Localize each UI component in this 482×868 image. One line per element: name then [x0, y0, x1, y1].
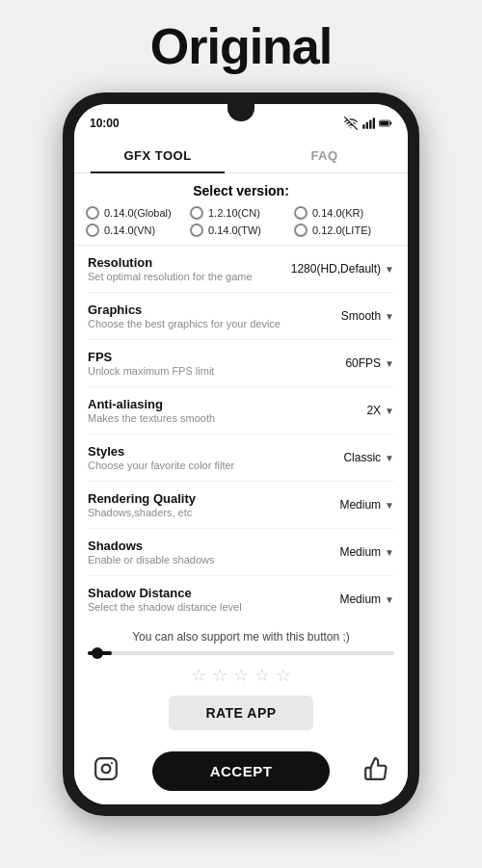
radio-lite[interactable] [294, 224, 308, 237]
setting-name-graphics: Graphics [88, 302, 332, 317]
svg-rect-3 [373, 118, 375, 129]
setting-value-shadows: Medium [339, 545, 381, 559]
star-2[interactable]: ☆ [212, 665, 228, 686]
setting-name-resolution: Resolution [88, 255, 281, 270]
version-option-cn[interactable]: 1.2.10(CN) [190, 206, 292, 220]
dropdown-arrow-shadows: ▼ [385, 547, 394, 558]
radio-vn[interactable] [86, 224, 99, 237]
setting-left-styles: Styles Choose your favorite color filter [88, 444, 334, 471]
stars-row: ☆ ☆ ☆ ☆ ☆ [88, 665, 394, 686]
thumbsup-icon[interactable] [363, 756, 388, 787]
dropdown-arrow-shadow-distance: ▼ [385, 594, 394, 605]
status-bar: 10:00 [74, 104, 408, 139]
version-label-cn: 1.2.10(CN) [208, 207, 260, 219]
setting-name-shadows: Shadows [88, 539, 330, 553]
setting-row-resolution: Resolution Set optimal resolution for th… [88, 246, 394, 293]
svg-rect-6 [380, 121, 388, 126]
svg-rect-7 [95, 758, 117, 779]
battery-icon [379, 117, 392, 130]
support-text: You can also support me with this button… [88, 630, 394, 644]
setting-right-rendering[interactable]: Medium ▼ [339, 498, 394, 512]
version-label-kr: 0.14.0(KR) [312, 207, 363, 219]
notch [228, 104, 254, 121]
setting-left-shadows: Shadows Enable or disable shadows [88, 539, 330, 566]
setting-row-shadow-distance: Shadow Distance Select the shadow distan… [88, 576, 394, 622]
setting-right-shadows[interactable]: Medium ▼ [339, 545, 394, 559]
setting-desc-shadows: Enable or disable shadows [88, 554, 330, 566]
setting-row-styles: Styles Choose your favorite color filter… [88, 434, 394, 482]
setting-desc-fps: Unlock maximum FPS limit [88, 365, 335, 377]
setting-right-shadow-distance[interactable]: Medium ▼ [339, 592, 394, 606]
setting-right-resolution[interactable]: 1280(HD,Default) ▼ [291, 262, 394, 276]
setting-value-antialiasing: 2X [366, 404, 381, 417]
setting-value-rendering: Medium [339, 498, 381, 512]
star-3[interactable]: ☆ [233, 665, 249, 686]
setting-value-fps: 60FPS [345, 356, 381, 370]
setting-value-graphics: Smooth [341, 309, 381, 323]
setting-desc-shadow-distance: Select the shadow distance level [88, 601, 330, 613]
dropdown-arrow-styles: ▼ [385, 453, 394, 463]
dropdown-arrow-antialiasing: ▼ [385, 406, 394, 416]
setting-left-graphics: Graphics Choose the best graphics for yo… [88, 302, 332, 329]
setting-row-antialiasing: Anti-aliasing Makes the textures smooth … [88, 387, 394, 434]
tab-gfx[interactable]: GFX TOOL [74, 139, 241, 172]
setting-right-styles[interactable]: Classic ▼ [343, 451, 394, 464]
svg-rect-1 [366, 122, 368, 129]
setting-value-resolution: 1280(HD,Default) [291, 262, 381, 276]
version-option-global[interactable]: 0.14.0(Global) [86, 206, 188, 220]
setting-left-antialiasing: Anti-aliasing Makes the textures smooth [88, 397, 357, 424]
tab-faq[interactable]: FAQ [241, 139, 408, 172]
settings-list: Resolution Set optimal resolution for th… [74, 246, 408, 622]
setting-name-fps: FPS [88, 350, 335, 364]
setting-desc-resolution: Set optimal resolution for the game [88, 271, 281, 282]
setting-name-antialiasing: Anti-aliasing [88, 397, 357, 411]
setting-name-shadow-distance: Shadow Distance [88, 586, 330, 600]
star-1[interactable]: ☆ [191, 665, 206, 686]
setting-name-rendering: Rendering Quality [88, 491, 330, 506]
slider-thumb[interactable] [92, 647, 103, 659]
version-grid: 0.14.0(Global) 1.2.10(CN) 0.14.0(KR) 0.1… [86, 206, 396, 237]
setting-desc-graphics: Choose the best graphics for your device [88, 318, 332, 329]
setting-desc-styles: Choose your favorite color filter [88, 460, 334, 471]
page-title: Original [150, 17, 332, 75]
version-label-vn: 0.14.0(VN) [104, 224, 155, 236]
setting-value-styles: Classic [343, 451, 381, 464]
rate-app-button[interactable]: RATE APP [169, 696, 312, 730]
svg-rect-0 [362, 124, 364, 129]
star-5[interactable]: ☆ [276, 665, 291, 686]
setting-right-antialiasing[interactable]: 2X ▼ [366, 404, 394, 417]
phone-frame: 10:00 GFX TOOL [63, 92, 419, 816]
setting-row-rendering: Rendering Quality Shadows,shaders, etc M… [88, 482, 394, 529]
accept-button[interactable]: ACCEPT [152, 751, 331, 791]
setting-left-rendering: Rendering Quality Shadows,shaders, etc [88, 491, 330, 518]
version-option-vn[interactable]: 0.14.0(VN) [86, 224, 188, 237]
dropdown-arrow-graphics: ▼ [385, 311, 394, 322]
version-option-tw[interactable]: 0.14.0(TW) [190, 224, 292, 237]
radio-global[interactable] [86, 206, 99, 220]
version-label-global: 0.14.0(Global) [104, 207, 172, 219]
star-4[interactable]: ☆ [254, 665, 270, 686]
setting-name-styles: Styles [88, 444, 334, 459]
setting-row-graphics: Graphics Choose the best graphics for yo… [88, 293, 394, 340]
setting-right-graphics[interactable]: Smooth ▼ [341, 309, 394, 323]
status-icons [344, 117, 392, 130]
setting-right-fps[interactable]: 60FPS ▼ [345, 356, 394, 370]
radio-kr[interactable] [294, 206, 308, 220]
slider-track[interactable] [88, 651, 394, 655]
phone-inner: 10:00 GFX TOOL [74, 104, 408, 804]
version-label-tw: 0.14.0(TW) [208, 224, 261, 236]
radio-tw[interactable] [190, 224, 203, 237]
signal-icon [362, 117, 375, 130]
instagram-icon[interactable] [94, 756, 119, 787]
setting-desc-antialiasing: Makes the textures smooth [88, 412, 357, 424]
version-label-lite: 0.12.0(LITE) [312, 224, 371, 236]
radio-cn[interactable] [190, 206, 203, 220]
svg-rect-5 [390, 122, 392, 125]
status-time: 10:00 [90, 117, 120, 130]
version-option-lite[interactable]: 0.12.0(LITE) [294, 224, 396, 237]
setting-row-shadows: Shadows Enable or disable shadows Medium… [88, 529, 394, 576]
dropdown-arrow-rendering: ▼ [385, 500, 394, 511]
version-title: Select version: [86, 183, 396, 198]
setting-row-fps: FPS Unlock maximum FPS limit 60FPS ▼ [88, 340, 394, 387]
version-option-kr[interactable]: 0.14.0(KR) [294, 206, 396, 220]
